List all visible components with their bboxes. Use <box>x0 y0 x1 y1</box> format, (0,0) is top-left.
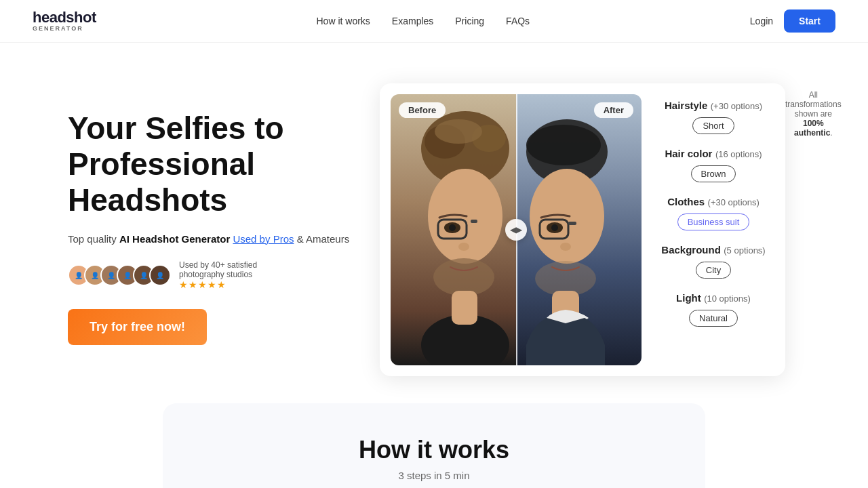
hero-section: Your Selfies to Professional Headshots T… <box>0 43 868 403</box>
authentic-note: All transformations shown are 100% authe… <box>785 90 842 138</box>
social-proof: 👤 👤 👤 👤 👤 👤 Used by 40+ satisfiedphotogr… <box>68 260 353 290</box>
logo-subtext: generator <box>33 26 96 32</box>
comparison-handle[interactable]: ◀▶ <box>505 219 527 241</box>
start-button[interactable]: Start <box>784 9 835 33</box>
login-button[interactable]: Login <box>750 16 773 26</box>
authentic-period: . <box>830 128 832 138</box>
hero-left: Your Selfies to Professional Headshots T… <box>68 83 353 345</box>
option-badge[interactable]: Natural <box>689 310 738 327</box>
option-light: Light (10 options) Natural <box>652 292 774 327</box>
option-badge[interactable]: Short <box>692 117 734 134</box>
authentic-bold: 100% authentic <box>794 119 830 138</box>
option-hairstyle: Hairstyle (+30 options) Short <box>652 100 774 134</box>
svg-rect-17 <box>568 222 576 225</box>
option-title: Hairstyle <box>665 100 707 111</box>
option-badge[interactable]: City <box>696 262 731 279</box>
nav-how-it-works[interactable]: How it works <box>316 16 370 26</box>
svg-point-19 <box>551 224 558 231</box>
logo-text: headshot <box>33 10 96 25</box>
option-label: Hair color (16 options) <box>665 148 762 160</box>
social-proof-text: Used by 40+ satisfiedphotography studios <box>179 260 257 279</box>
photo-comparison: ◀▶ Before After <box>391 94 642 365</box>
hero-subtitle: Top quality AI Headshot Generator Used b… <box>68 232 353 247</box>
option-label: Light (10 options) <box>676 292 751 304</box>
handle-arrows-icon: ◀▶ <box>510 225 522 235</box>
subtitle-plain: Top quality <box>68 233 119 245</box>
cta-button[interactable]: Try for free now! <box>68 309 207 345</box>
option-title: Hair color <box>665 148 712 159</box>
nav-links: How it works Examples Pricing FAQs <box>316 16 530 26</box>
star-rating: ★★★★★ <box>179 279 257 290</box>
option-label: Hairstyle (+30 options) <box>665 100 762 112</box>
after-badge: After <box>594 102 633 118</box>
subtitle-bold: AI Headshot Generator <box>119 233 230 245</box>
option-title: Background <box>661 244 721 256</box>
option-badge[interactable]: Brown <box>691 165 736 182</box>
hero-title: Your Selfies to Professional Headshots <box>68 110 353 218</box>
hero-right: ◀▶ Before After Hairstyle (+30 options) … <box>380 83 842 376</box>
nav-faqs[interactable]: FAQs <box>506 16 530 26</box>
option-title: Clothes <box>667 196 705 207</box>
option-label: Background (5 options) <box>661 244 765 256</box>
authentic-text: All transformations shown are <box>785 90 842 119</box>
nav-pricing[interactable]: Pricing <box>455 16 484 26</box>
option-badge-highlight[interactable]: Business suit <box>677 214 750 230</box>
option-count: (10 options) <box>704 293 751 304</box>
svg-point-14 <box>526 125 601 165</box>
how-it-works-section: How it works 3 steps in 5 min 📷 🖐 <box>0 403 868 488</box>
subtitle-end: & Amateurs <box>294 233 349 245</box>
option-count: (5 options) <box>724 245 765 256</box>
logo[interactable]: headshot generator <box>33 10 96 32</box>
nav-examples[interactable]: Examples <box>392 16 433 26</box>
navbar: headshot generator How it works Examples… <box>0 0 868 43</box>
avatar: 👤 <box>149 264 171 286</box>
svg-point-20 <box>560 243 571 251</box>
option-count: (16 options) <box>715 149 762 159</box>
option-background: Background (5 options) City <box>652 244 774 279</box>
option-clothes: Clothes (+30 options) Business suit <box>652 196 774 230</box>
comparison-card: ◀▶ Before After Hairstyle (+30 options) … <box>380 83 785 376</box>
subtitle-link[interactable]: Used by Pros <box>233 233 294 245</box>
options-panel: Hairstyle (+30 options) Short Hair color… <box>652 94 774 332</box>
option-label: Clothes (+30 options) <box>667 196 760 208</box>
how-subtitle: 3 steps in 5 min <box>203 470 665 481</box>
option-count: (+30 options) <box>711 101 762 111</box>
social-text: Used by 40+ satisfiedphotography studios… <box>179 260 257 290</box>
option-count: (+30 options) <box>708 197 760 207</box>
avatar-group: 👤 👤 👤 👤 👤 👤 <box>68 264 171 286</box>
before-badge: Before <box>399 102 446 118</box>
how-title: How it works <box>203 436 665 464</box>
option-title: Light <box>676 292 701 304</box>
nav-actions: Login Start <box>750 9 835 33</box>
option-haircolor: Hair color (16 options) Brown <box>652 148 774 182</box>
how-it-works-card: How it works 3 steps in 5 min 📷 🖐 <box>163 403 705 488</box>
